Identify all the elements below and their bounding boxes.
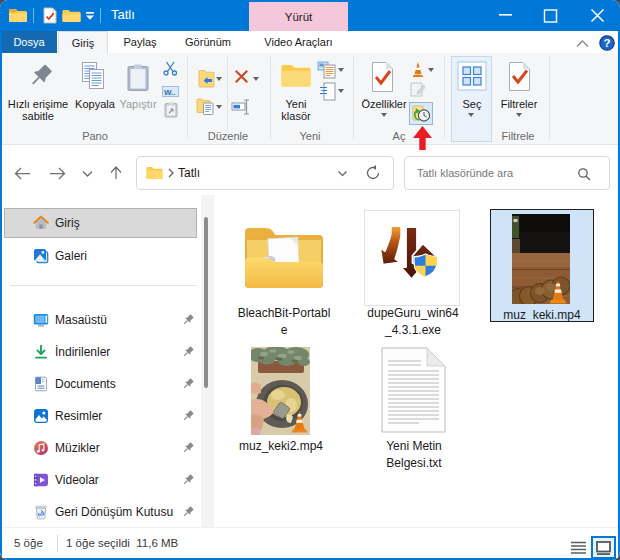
svg-text:?: ?: [603, 37, 610, 49]
svg-text:W..: W..: [164, 88, 176, 97]
